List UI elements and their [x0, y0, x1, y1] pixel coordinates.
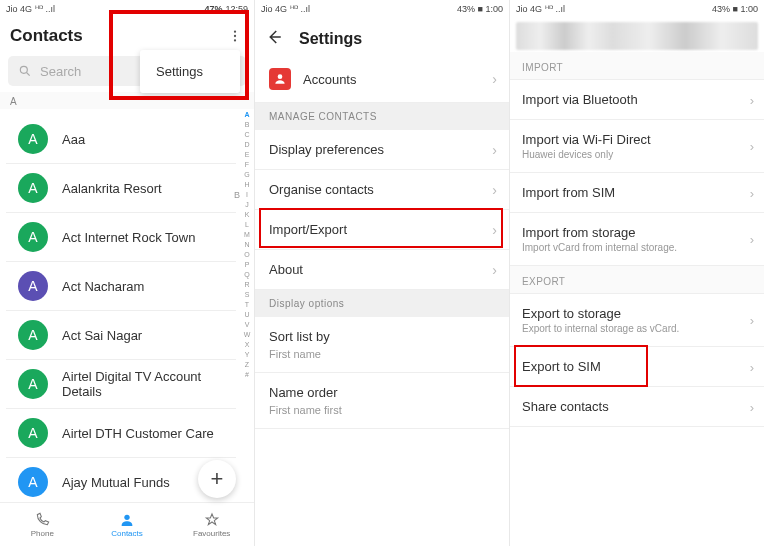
alpha-index-letter[interactable]: A	[242, 110, 252, 120]
contact-name: Aalankrita Resort	[62, 181, 162, 196]
phone-icon	[34, 512, 50, 528]
alpha-index-letter[interactable]: F	[242, 160, 252, 170]
contact-row[interactable]: A Act Sai Nagar	[6, 311, 236, 360]
alpha-index-letter[interactable]: S	[242, 290, 252, 300]
signal-icon: ..ıl	[556, 4, 566, 14]
battery-time: 43% ■ 1:00	[457, 4, 503, 14]
contact-row[interactable]: A Act Internet Rock Town	[6, 213, 236, 262]
row-label: Display preferences	[269, 142, 384, 157]
row-about[interactable]: About›	[255, 250, 509, 290]
svg-point-3	[20, 66, 27, 73]
page-title: Contacts	[10, 26, 83, 46]
chevron-right-icon: ›	[750, 232, 754, 247]
alpha-index-letter[interactable]: O	[242, 250, 252, 260]
letter-hint-b: B	[234, 190, 240, 200]
section-import: IMPORT	[510, 52, 764, 80]
row-sort-list-by[interactable]: Sort list by First name	[255, 317, 509, 373]
avatar: A	[18, 320, 48, 350]
chevron-right-icon: ›	[750, 139, 754, 154]
screen-contacts: Jio 4G ᴴᴰ ..ıl 47% 12:59 Contacts Search…	[0, 0, 255, 546]
chevron-right-icon: ›	[492, 182, 497, 198]
alpha-index-letter[interactable]: T	[242, 300, 252, 310]
svg-point-5	[124, 514, 129, 519]
overflow-menu-popup: Settings	[140, 50, 240, 93]
chevron-right-icon: ›	[492, 262, 497, 278]
row-label: Import from storage	[522, 225, 752, 240]
svg-point-2	[234, 39, 236, 41]
row-import-via-bluetooth[interactable]: Import via Bluetooth›	[510, 80, 764, 120]
add-contact-fab[interactable]: +	[198, 460, 236, 498]
back-button[interactable]	[265, 28, 283, 50]
row-organise-contacts[interactable]: Organise contacts›	[255, 170, 509, 210]
row-sub: First name first	[269, 404, 342, 416]
alpha-index-letter[interactable]: I	[242, 190, 252, 200]
row-import-from-storage[interactable]: Import from storageImport vCard from int…	[510, 213, 764, 266]
svg-point-0	[234, 30, 236, 32]
alpha-index-letter[interactable]: K	[242, 210, 252, 220]
status-bar: Jio 4G ᴴᴰ ..ıl 43% ■ 1:00	[510, 0, 764, 18]
nav-phone[interactable]: Phone	[0, 503, 85, 546]
signal-icon: ..ıl	[301, 4, 311, 14]
alpha-index-letter[interactable]: #	[242, 370, 252, 380]
alpha-index-letter[interactable]: M	[242, 230, 252, 240]
row-display-preferences[interactable]: Display preferences›	[255, 130, 509, 170]
page-title: Settings	[299, 30, 362, 48]
alpha-index-letter[interactable]: H	[242, 180, 252, 190]
alpha-index-letter[interactable]: U	[242, 310, 252, 320]
alpha-index-letter[interactable]: W	[242, 330, 252, 340]
alpha-index-letter[interactable]: G	[242, 170, 252, 180]
chevron-right-icon: ›	[492, 222, 497, 238]
alpha-index-letter[interactable]: X	[242, 340, 252, 350]
contact-row[interactable]: A Act Nacharam	[6, 262, 236, 311]
carrier: Jio 4G ᴴᴰ	[261, 4, 298, 14]
section-export: EXPORT	[510, 266, 764, 294]
contact-name: Act Nacharam	[62, 279, 144, 294]
row-import-from-sim[interactable]: Import from SIM›	[510, 173, 764, 213]
chevron-right-icon: ›	[750, 399, 754, 414]
chevron-right-icon: ›	[750, 313, 754, 328]
row-name-order[interactable]: Name order First name first	[255, 373, 509, 429]
contact-row[interactable]: A Airtel DTH Customer Care	[6, 409, 236, 458]
svg-point-1	[234, 35, 236, 37]
alpha-index-letter[interactable]: Q	[242, 270, 252, 280]
alpha-index-letter[interactable]: R	[242, 280, 252, 290]
overflow-menu-button[interactable]	[228, 29, 244, 43]
contact-row[interactable]: A Aalankrita Resort	[6, 164, 236, 213]
alpha-index-letter[interactable]: B	[242, 120, 252, 130]
row-label: Share contacts	[522, 399, 752, 414]
row-import-export[interactable]: Import/Export›	[255, 210, 509, 250]
row-export-to-storage[interactable]: Export to storageExport to internal stor…	[510, 294, 764, 347]
nav-favourites[interactable]: Favourites	[169, 503, 254, 546]
nav-label: Contacts	[111, 529, 143, 538]
row-label: Name order	[269, 385, 338, 400]
alpha-index-letter[interactable]: J	[242, 200, 252, 210]
nav-label: Favourites	[193, 529, 230, 538]
contact-row[interactable]: A Airtel Digital TV Account Details	[6, 360, 236, 409]
section-manage-contacts: MANAGE CONTACTS	[255, 103, 509, 130]
alpha-index-letter[interactable]: Z	[242, 360, 252, 370]
row-accounts[interactable]: Accounts ›	[255, 56, 509, 103]
alpha-index-letter[interactable]: V	[242, 320, 252, 330]
row-export-to-sim[interactable]: Export to SIM›	[510, 347, 764, 387]
contact-name: Aaa	[62, 132, 85, 147]
time: 12:59	[225, 4, 248, 14]
alpha-index-letter[interactable]: P	[242, 260, 252, 270]
avatar: A	[18, 124, 48, 154]
alpha-index-letter[interactable]: L	[242, 220, 252, 230]
contacts-icon	[119, 512, 135, 528]
menu-item-settings[interactable]: Settings	[156, 64, 224, 79]
carrier: Jio 4G ᴴᴰ	[6, 4, 43, 14]
contact-row[interactable]: A Aaa	[6, 115, 236, 164]
row-label: About	[269, 262, 303, 277]
alpha-index-letter[interactable]: N	[242, 240, 252, 250]
nav-contacts[interactable]: Contacts	[85, 503, 170, 546]
alpha-index[interactable]: ABCDEFGHIJKLMNOPQRSTUVWXYZ#	[242, 110, 252, 380]
alpha-index-letter[interactable]: E	[242, 150, 252, 160]
avatar: A	[18, 467, 48, 497]
alpha-index-letter[interactable]: C	[242, 130, 252, 140]
alpha-index-letter[interactable]: Y	[242, 350, 252, 360]
row-share-contacts[interactable]: Share contacts›	[510, 387, 764, 427]
alpha-index-letter[interactable]: D	[242, 140, 252, 150]
screen-import-export: Jio 4G ᴴᴰ ..ıl 43% ■ 1:00 IMPORT Import …	[510, 0, 764, 546]
row-import-via-wi-fi-direct[interactable]: Import via Wi-Fi DirectHuawei devices on…	[510, 120, 764, 173]
